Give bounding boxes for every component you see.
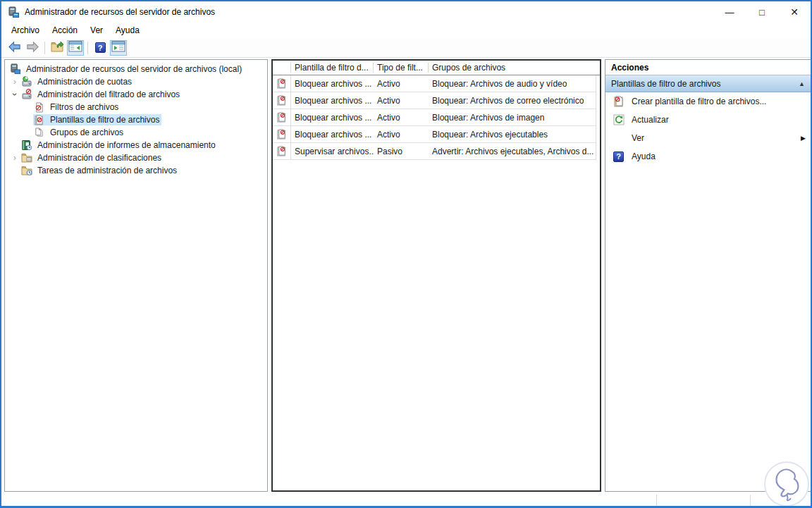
help-icon: ? <box>613 151 625 162</box>
results-list-pane: Plantilla de filtro d... Tipo de filt...… <box>271 59 601 492</box>
cell-groups: Bloquear: Archivos de imagen <box>429 113 596 123</box>
submenu-arrow-icon: ▶ <box>801 135 806 142</box>
status-separator <box>656 495 657 506</box>
cell-groups: Bloquear: Archivos de correo electrónico <box>429 96 596 106</box>
server-icon <box>9 63 21 75</box>
table-row[interactable]: Bloquear archivos ... Activo Bloquear: A… <box>273 109 596 126</box>
file-screen-template-icon <box>273 75 291 92</box>
column-header-icon[interactable] <box>273 63 291 73</box>
file-groups-icon <box>33 127 45 138</box>
cell-groups: Advertir: Archivos ejecutables, Archivos… <box>429 147 596 156</box>
lightbulb-sketch-icon <box>766 464 807 504</box>
tree-item-informes-almacenamiento[interactable]: › Administración de informes de almacena… <box>5 139 267 151</box>
cell-type: Activo <box>374 130 429 140</box>
tree-item-root[interactable]: Administrador de recursos del servidor d… <box>5 63 267 75</box>
list-header: Plantilla de filtro d... Tipo de filt...… <box>273 61 600 75</box>
action-ver[interactable]: Ver ▶ <box>605 129 811 147</box>
actions-group-label: Plantillas de filtro de archivos <box>611 79 720 89</box>
cell-type: Activo <box>374 79 429 89</box>
cell-type: Activo <box>374 96 429 106</box>
storage-reports-icon <box>20 140 32 151</box>
show-action-pane-icon <box>111 41 125 54</box>
back-icon <box>8 40 21 56</box>
file-screen-template-icon <box>273 126 291 142</box>
file-screen-icon <box>33 101 45 113</box>
menu-ayuda[interactable]: Ayuda <box>109 24 146 37</box>
cell-groups: Bloquear: Archivos de audio y vídeo <box>429 79 596 89</box>
watermark-logo <box>764 461 809 507</box>
actions-group-header[interactable]: Plantillas de filtro de archivos ▲ <box>605 75 811 92</box>
tree-item-label: Administrador de recursos del servidor d… <box>24 63 244 75</box>
action-label: Ver <box>632 133 644 143</box>
tree-item-label: Administración de informes de almacenami… <box>35 140 218 151</box>
help-button[interactable]: ? <box>92 40 109 56</box>
toolbar-separator <box>87 42 88 54</box>
actions-pane-title: Acciones <box>605 60 811 75</box>
refresh-icon <box>613 114 625 125</box>
forward-button[interactable] <box>24 40 41 56</box>
file-screen-template-icon <box>273 92 291 109</box>
back-button[interactable] <box>6 40 23 56</box>
window-title: Administrador de recursos del servidor d… <box>25 7 215 17</box>
file-screen-template-icon <box>33 114 45 125</box>
toolbar: ? <box>1 38 811 58</box>
export-list-button[interactable] <box>49 40 66 56</box>
chevron-right-icon[interactable]: › <box>9 77 20 87</box>
cell-template: Bloquear archivos ... <box>291 130 374 140</box>
toolbar-separator <box>44 42 45 54</box>
close-button[interactable]: ✕ <box>778 1 811 23</box>
list-rows: Bloquear archivos ... Activo Bloquear: A… <box>273 75 596 160</box>
tree-item-clasificaciones[interactable]: › Administración de clasificaciones <box>5 151 267 164</box>
title-bar: Administrador de recursos del servidor d… <box>1 1 811 23</box>
tree-item-tareas-administracion[interactable]: › Tareas de administración de archivos <box>5 164 267 177</box>
menu-archivo[interactable]: Archivo <box>5 24 46 37</box>
console-tree-pane: Administrador de recursos del servidor d… <box>4 59 268 492</box>
file-screening-management-icon <box>20 89 32 100</box>
show-action-pane-button[interactable] <box>110 40 127 56</box>
menu-accion[interactable]: Acción <box>46 24 84 37</box>
cell-template: Bloquear archivos ... <box>291 79 374 89</box>
table-row[interactable]: Bloquear archivos ... Activo Bloquear: A… <box>273 75 596 92</box>
chevron-right-icon[interactable]: › <box>9 153 20 163</box>
action-crear-plantilla[interactable]: Crear plantilla de filtro de archivos... <box>605 92 811 111</box>
maximize-button[interactable]: □ <box>746 1 778 23</box>
file-screen-template-icon <box>273 109 291 125</box>
table-row[interactable]: Bloquear archivos ... Activo Bloquear: A… <box>273 92 596 109</box>
file-screen-template-icon <box>613 96 625 107</box>
server-manager-icon <box>8 6 20 18</box>
action-ayuda[interactable]: ? Ayuda <box>605 147 811 166</box>
show-console-tree-button[interactable] <box>67 40 84 56</box>
cell-type: Activo <box>374 113 429 123</box>
column-header-grupos[interactable]: Grupos de archivos <box>429 63 600 73</box>
tree-item-administracion-de-cuotas[interactable]: › Administración de cuotas <box>5 75 267 88</box>
status-separator <box>750 495 751 506</box>
show-console-tree-icon <box>68 41 82 54</box>
status-bar <box>2 494 810 507</box>
help-icon: ? <box>95 42 106 53</box>
tree-item-plantillas-de-filtro[interactable]: Plantillas de filtro de archivos <box>5 113 267 126</box>
cell-template: Supervisar archivos... <box>291 147 374 156</box>
action-actualizar[interactable]: Actualizar <box>605 111 811 129</box>
tree-item-label: Administración de cuotas <box>35 76 134 87</box>
tree-item-label: Tareas de administración de archivos <box>35 165 179 176</box>
column-header-plantilla[interactable]: Plantilla de filtro d... <box>291 63 374 73</box>
table-row[interactable]: Supervisar archivos... Pasivo Advertir: … <box>273 143 596 160</box>
collapse-arrow-icon[interactable]: ▲ <box>799 80 805 87</box>
tree-item-filtros-de-archivos[interactable]: Filtros de archivos <box>5 101 267 113</box>
minimize-button[interactable]: — <box>713 1 746 23</box>
file-screen-template-icon <box>273 143 291 159</box>
tree-item-label: Filtros de archivos <box>48 101 121 113</box>
tree-item-label: Administración de clasificaciones <box>35 152 164 163</box>
forward-icon <box>26 40 39 56</box>
chevron-down-icon[interactable]: › <box>10 89 20 100</box>
menu-bar: Archivo Acción Ver Ayuda <box>1 23 811 38</box>
cell-template: Bloquear archivos ... <box>291 113 374 123</box>
export-list-icon <box>51 41 63 54</box>
classification-icon <box>20 152 32 163</box>
column-header-tipo[interactable]: Tipo de filt... <box>374 63 429 73</box>
action-label: Actualizar <box>632 115 669 125</box>
menu-ver[interactable]: Ver <box>84 24 109 37</box>
tree-item-administracion-del-filtrado[interactable]: › Administración del filtrado de archivo… <box>5 88 267 101</box>
table-row[interactable]: Bloquear archivos ... Activo Bloquear: A… <box>273 126 596 143</box>
tree-item-grupos-de-archivos[interactable]: Grupos de archivos <box>5 126 267 139</box>
